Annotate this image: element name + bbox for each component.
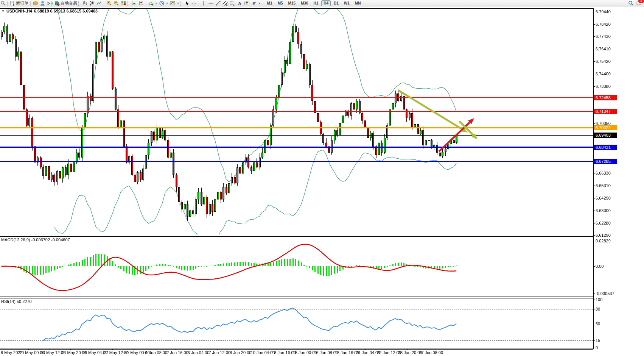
zoom-in-icon	[106, 0, 112, 6]
price-badge-support: 6.68431	[594, 145, 617, 150]
candlestick-chart-icon	[89, 0, 95, 6]
new-order-icon	[9, 0, 15, 6]
text-label-button[interactable]: T	[243, 0, 250, 6]
price-tick-label: 6.63300	[596, 208, 611, 213]
rsi-axis-label: 0	[596, 345, 598, 350]
text-icon: A	[237, 0, 243, 6]
price-tick-label: 6.78420	[596, 22, 611, 27]
text-button[interactable]: A	[236, 0, 243, 6]
time-axis-label: 2 Jun 16:00	[166, 350, 188, 355]
template-icon	[170, 0, 176, 6]
rsi-axis-label: 80	[596, 307, 600, 311]
channel-button[interactable]: E	[222, 0, 229, 6]
equidistant-channel-icon: E	[222, 0, 228, 6]
timeframe-h1[interactable]: H1	[311, 0, 320, 6]
community-button[interactable]	[39, 0, 46, 6]
fibonacci-button[interactable]: F	[229, 0, 236, 6]
trendline-icon	[215, 0, 221, 6]
time-axis-label: 1 Jun 08:00	[146, 350, 168, 355]
notifications-icon[interactable]: 1	[636, 0, 642, 6]
signals-button[interactable]	[46, 0, 53, 6]
timeframe-m30[interactable]: M30	[299, 0, 310, 6]
chart-dropdown-icon[interactable]: ▼	[2, 9, 5, 13]
time-axis-label: 10 Jun 04:00	[251, 350, 275, 355]
chevron-down-icon: ▼	[177, 2, 179, 5]
trend-arrow-1[interactable]	[398, 90, 468, 133]
new-order-button[interactable]: 新订单	[9, 0, 29, 6]
signal-icon	[47, 0, 53, 6]
rsi-axis-label: 100	[596, 297, 602, 302]
auto-scroll-button[interactable]	[130, 0, 137, 6]
timeframe-m5[interactable]: M5	[275, 0, 285, 6]
macd-axis-label: -0.030537	[596, 291, 614, 296]
trendline-button[interactable]	[215, 0, 222, 6]
horizontal-line-button[interactable]	[207, 0, 215, 6]
vertical-line-icon	[201, 0, 207, 6]
auto-trading-label: 自动交易	[61, 0, 77, 6]
toolbar-grip	[262, 1, 263, 6]
text-label-icon: T	[244, 0, 250, 6]
price-badge-current: 6.69403	[594, 133, 617, 138]
timeframe-toolbar: M1M5M15M30H1H4D1W1MN	[264, 0, 364, 6]
bar-chart-icon	[82, 0, 87, 6]
price-tick-label: 6.79440	[596, 9, 611, 14]
toolbar-separator	[146, 1, 146, 6]
chevron-down-icon: ▼	[155, 2, 157, 5]
timeframe-m15[interactable]: M15	[286, 0, 298, 6]
time-axis-label: 7 Jun 12:00	[208, 350, 230, 355]
bar-chart-button[interactable]	[81, 0, 88, 6]
time-axis-label: 8 Jun 20:00	[230, 350, 252, 355]
price-tick-label: 6.62280	[596, 221, 611, 225]
time-axis-label: 22 Jun 12:00	[377, 350, 401, 355]
macd-axis-label: 0.02829	[596, 239, 611, 243]
clock-icon	[159, 0, 165, 6]
rsi-indicator-label: RSI(14) 50.2270	[1, 299, 32, 304]
chevron-down-icon: ▼	[166, 2, 168, 5]
trend-arrow-2[interactable]	[439, 118, 474, 151]
timeframe-w1[interactable]: W1	[342, 0, 352, 6]
toolbar-grip	[78, 1, 80, 6]
time-axis-label: 21 Jun 04:00	[356, 350, 380, 355]
timeframe-h4[interactable]: H4	[321, 0, 331, 6]
search-icon[interactable]	[628, 0, 634, 6]
chart-shift-button[interactable]	[137, 0, 145, 6]
price-badge-pivot: 6.70022	[594, 125, 617, 130]
price-tick-label: 6.77430	[596, 34, 611, 39]
zoom-out-button[interactable]	[113, 0, 120, 6]
search-chart-icon[interactable]	[0, 0, 6, 6]
zoom-out-icon	[114, 0, 119, 6]
timeframe-d1[interactable]: D1	[331, 0, 341, 6]
cursor-button[interactable]	[183, 0, 190, 6]
indicators-button[interactable]: ▼	[147, 0, 158, 6]
price-tick-label: 6.64290	[596, 196, 611, 200]
zoom-in-button[interactable]	[106, 0, 113, 6]
toolbar-separator	[7, 1, 8, 6]
price-tick-label: 6.66330	[596, 171, 611, 175]
time-axis-label: 17 Jun 16:00	[335, 350, 359, 355]
auto-trading-button[interactable]: 自动交易	[53, 0, 78, 6]
drawing-objects-layer	[0, 0, 593, 356]
arrows-shapes-icon	[251, 0, 257, 6]
svg-text:T: T	[246, 2, 248, 5]
periods-button[interactable]: ▼	[158, 0, 169, 6]
timeframe-mn[interactable]: MN	[353, 0, 363, 6]
price-badge-support: 6.67285	[594, 159, 617, 164]
profile-icon	[40, 0, 45, 6]
styler-button[interactable]	[32, 0, 39, 6]
cursor-icon	[184, 0, 190, 6]
line-chart-button[interactable]	[95, 0, 103, 6]
candlestick-chart-button[interactable]	[88, 0, 95, 6]
tile-windows-button[interactable]	[120, 0, 127, 6]
gold-box-icon	[33, 0, 38, 6]
time-axis-label: 15 Jun 00:00	[293, 350, 317, 355]
shapes-button[interactable]: ▼	[250, 0, 261, 6]
toolbar-grip	[128, 1, 129, 6]
vertical-line-button[interactable]	[200, 0, 207, 6]
price-axis-border	[593, 8, 594, 349]
rsi-axis-label: 15	[596, 338, 600, 343]
macd-axis-label: 0.00	[596, 264, 604, 269]
crosshair-button[interactable]	[190, 0, 198, 6]
timeframe-m1[interactable]: M1	[265, 0, 275, 6]
svg-text:F: F	[233, 4, 235, 6]
templates-button[interactable]: ▼	[169, 0, 180, 6]
